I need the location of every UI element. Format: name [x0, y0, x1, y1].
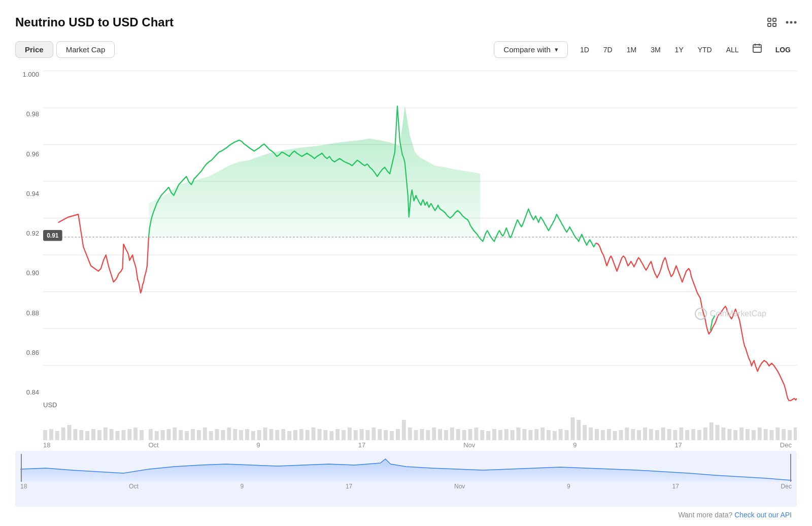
svg-rect-30 — [85, 431, 89, 440]
svg-rect-50 — [209, 431, 213, 440]
svg-rect-127 — [673, 430, 677, 440]
log-button[interactable]: LOG — [769, 42, 797, 57]
svg-rect-77 — [371, 428, 376, 440]
x-label-18: 18 — [43, 441, 50, 449]
svg-rect-130 — [691, 429, 695, 440]
svg-rect-23 — [43, 430, 47, 440]
svg-rect-39 — [140, 430, 144, 440]
svg-text:0.91: 0.91 — [47, 232, 58, 240]
y-label-1000: 1.000 — [15, 71, 43, 78]
svg-rect-115 — [601, 430, 605, 440]
svg-rect-53 — [227, 428, 231, 440]
svg-rect-64 — [293, 430, 297, 440]
svg-rect-98 — [498, 430, 502, 440]
title-row: Neutrino USD to USD Chart — [15, 15, 797, 29]
svg-rect-90 — [450, 428, 454, 440]
usd-axis-label: USD — [15, 401, 797, 410]
footer-api-link[interactable]: Check out our API — [734, 511, 792, 519]
mini-x-17: 17 — [346, 483, 352, 490]
svg-rect-31 — [91, 429, 95, 440]
y-label-098: 0.98 — [15, 110, 43, 118]
svg-rect-142 — [764, 429, 768, 440]
time-filter-1m[interactable]: 1M — [621, 42, 642, 57]
svg-rect-36 — [121, 430, 125, 440]
svg-rect-2 — [768, 23, 771, 26]
y-label-088: 0.88 — [15, 309, 43, 317]
mini-x-nov: Nov — [454, 483, 465, 490]
svg-rect-82 — [402, 420, 406, 440]
mini-x-dec: Dec — [781, 483, 792, 490]
svg-rect-95 — [480, 430, 484, 440]
time-filter-7d[interactable]: 7D — [597, 42, 619, 57]
mini-x-17b: 17 — [672, 483, 679, 490]
svg-rect-89 — [444, 430, 448, 440]
svg-rect-96 — [486, 431, 490, 440]
svg-rect-128 — [679, 428, 683, 440]
svg-rect-27 — [67, 425, 72, 440]
svg-rect-78 — [378, 429, 382, 440]
svg-rect-80 — [390, 431, 394, 440]
x-label-9: 9 — [257, 441, 260, 449]
svg-rect-122 — [643, 428, 647, 440]
svg-rect-139 — [746, 429, 750, 440]
time-filter-1d[interactable]: 1D — [574, 42, 595, 57]
svg-rect-33 — [104, 428, 108, 440]
chart-canvas-area: 0.91 — [43, 65, 797, 401]
svg-rect-46 — [185, 431, 189, 440]
svg-rect-100 — [511, 430, 515, 440]
tab-market-cap[interactable]: Market Cap — [56, 41, 115, 58]
svg-rect-40 — [149, 429, 153, 440]
svg-rect-32 — [97, 430, 101, 440]
page-container: Neutrino USD to USD Chart Pr — [0, 0, 812, 526]
svg-rect-117 — [613, 431, 617, 440]
expand-icon[interactable] — [766, 17, 777, 28]
chevron-down-icon: ▾ — [555, 46, 558, 53]
svg-rect-71 — [335, 429, 340, 440]
svg-rect-138 — [739, 428, 743, 440]
tab-group: Price Market Cap — [15, 41, 115, 58]
svg-rect-68 — [318, 429, 322, 440]
svg-rect-34 — [110, 429, 114, 440]
time-filter-3m[interactable]: 3M — [645, 42, 666, 57]
svg-rect-87 — [432, 428, 436, 440]
mini-chart-wrapper: 18 Oct 9 17 Nov 9 17 Dec — [15, 451, 797, 507]
svg-rect-119 — [625, 428, 629, 440]
svg-rect-110 — [571, 417, 575, 440]
x-label-9b: 9 — [573, 441, 577, 449]
svg-rect-111 — [577, 420, 581, 440]
x-label-17: 17 — [358, 441, 365, 449]
more-menu-icon[interactable] — [786, 21, 797, 24]
svg-rect-44 — [173, 428, 177, 440]
svg-rect-134 — [716, 425, 720, 440]
svg-rect-69 — [323, 430, 327, 440]
right-controls: Compare with ▾ 1D 7D 1M 3M 1Y YTD ALL LO… — [494, 40, 797, 59]
mini-x-9: 9 — [241, 483, 244, 490]
svg-rect-41 — [155, 431, 159, 440]
svg-rect-118 — [619, 430, 623, 440]
x-label-nov: Nov — [463, 441, 475, 449]
svg-rect-38 — [133, 428, 138, 440]
time-filter-all[interactable]: ALL — [720, 42, 745, 57]
svg-rect-63 — [287, 431, 291, 440]
mini-x-18: 18 — [20, 483, 27, 490]
svg-rect-112 — [583, 425, 587, 440]
svg-rect-55 — [239, 430, 243, 440]
svg-rect-146 — [788, 430, 792, 440]
svg-rect-29 — [79, 430, 83, 440]
time-filter-ytd[interactable]: YTD — [692, 42, 718, 57]
svg-rect-92 — [462, 430, 466, 440]
svg-rect-91 — [456, 429, 460, 440]
main-chart-wrapper: 1.000 0.98 0.96 0.94 0.92 0.90 0.88 0.86… — [15, 65, 797, 401]
svg-rect-83 — [408, 428, 412, 440]
x-label-dec: Dec — [780, 441, 792, 449]
time-filter-1y[interactable]: 1Y — [669, 42, 690, 57]
compare-button[interactable]: Compare with ▾ — [494, 41, 568, 58]
svg-rect-76 — [366, 430, 370, 440]
svg-rect-66 — [306, 430, 310, 440]
tab-price[interactable]: Price — [15, 41, 53, 58]
calendar-icon[interactable] — [747, 40, 767, 59]
svg-rect-86 — [426, 430, 430, 440]
svg-rect-0 — [768, 18, 771, 21]
y-label-086: 0.86 — [15, 349, 43, 356]
svg-rect-54 — [233, 429, 237, 440]
